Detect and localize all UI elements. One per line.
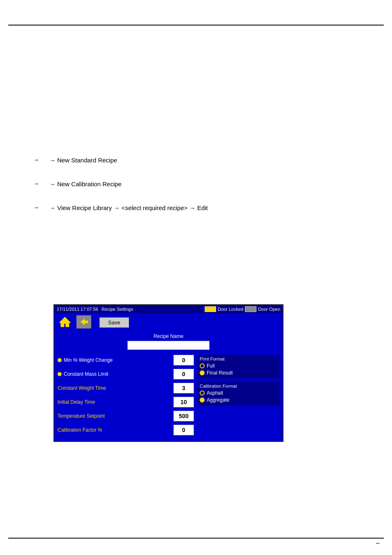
field-label-constant-weight-time: Constant Weight Time [58, 385, 171, 391]
home-button[interactable] [58, 315, 72, 330]
calib-format-title: Calibration Format [200, 384, 277, 388]
nav-arrow-2: → [33, 180, 41, 187]
radio-aggregate-label: Aggregate [207, 397, 229, 403]
bottom-dash: – [376, 539, 380, 547]
field-temperature: Temperature Setpoint 500 [58, 411, 194, 421]
radio-full-label: Full [207, 363, 214, 369]
panel-header: 17/11/2011 17:07:56 Recipe Settings Door… [54, 305, 283, 313]
radio-aggregate[interactable]: Aggregate [200, 397, 277, 403]
datetime-label: 17/11/2011 17:07:56 [57, 307, 98, 312]
door-open-label: Door Open [258, 307, 280, 312]
radio-final-result-label: Final Result [207, 370, 233, 376]
dot-min-weight [58, 358, 62, 362]
recipe-settings-panel: 17/11/2011 17:07:56 Recipe Settings Door… [53, 304, 284, 442]
print-format-box: Print Format Full Final Result [197, 355, 279, 379]
panel-body: Min % Weight Change 0 Constant Mass Limi… [54, 352, 283, 441]
print-format-title: Print Format [200, 356, 277, 361]
door-locked-label: Door Locked [218, 307, 243, 312]
field-constant-weight-time: Constant Weight Time 3 [58, 383, 194, 393]
bottom-border [8, 538, 384, 539]
field-min-weight: Min % Weight Change 0 [58, 355, 194, 365]
field-constant-mass: Constant Mass Limit 0 [58, 369, 194, 379]
save-button[interactable]: Save [99, 317, 129, 328]
field-label-calibration-factor: Calibration Factor % [58, 427, 171, 433]
calib-format-box: Calibration Format Asphalt Aggregate [197, 382, 279, 406]
field-label-constant-mass: Constant Mass Limit [58, 371, 171, 377]
field-label-temperature: Temperature Setpoint [58, 413, 171, 419]
field-value-initial-delay[interactable]: 10 [173, 397, 194, 407]
nav-item-calibration: → → New Calibration Recipe [33, 180, 367, 187]
radio-aggregate-icon [200, 398, 205, 402]
radio-asphalt-icon [200, 391, 205, 395]
recipe-name-input[interactable] [127, 341, 210, 350]
panel-header-left: 17/11/2011 17:07:56 Recipe Settings [57, 307, 133, 312]
door-locked-indicator [205, 306, 216, 312]
radio-asphalt[interactable]: Asphalt [200, 390, 277, 396]
nav-section: → → New Standard Recipe → → New Calibrat… [33, 156, 367, 228]
radio-final-result[interactable]: Final Result [200, 370, 277, 376]
nav-item-standard: → → New Standard Recipe [33, 156, 367, 164]
top-border [8, 25, 384, 25]
field-value-temperature[interactable]: 500 [173, 411, 194, 421]
nav-text-library: → View Recipe Library → <select required… [49, 204, 208, 211]
recipe-name-label: Recipe Name [154, 333, 184, 339]
field-value-min-weight[interactable]: 0 [173, 355, 194, 365]
fields-column: Min % Weight Change 0 Constant Mass Limi… [58, 355, 194, 439]
dot-constant-mass [58, 372, 62, 376]
nav-arrow-3: → [33, 204, 41, 211]
field-value-calibration-factor[interactable]: 0 [173, 425, 194, 435]
nav-item-library: → → View Recipe Library → <select requir… [33, 204, 367, 211]
door-open-indicator [245, 306, 256, 312]
field-initial-delay: Initial Delay Time 10 [58, 397, 194, 407]
field-value-constant-mass[interactable]: 0 [173, 369, 194, 379]
radio-full-icon [200, 363, 205, 368]
svg-marker-0 [59, 317, 71, 327]
back-button[interactable] [76, 315, 91, 330]
right-column: Print Format Full Final Result Calibrati… [197, 355, 279, 439]
radio-full[interactable]: Full [200, 363, 277, 369]
field-calibration-factor: Calibration Factor % 0 [58, 425, 194, 435]
radio-final-result-icon [200, 370, 205, 375]
field-label-initial-delay: Initial Delay Time [58, 399, 171, 405]
field-label-min-weight: Min % Weight Change [58, 357, 171, 363]
nav-text-standard: → New Standard Recipe [49, 157, 117, 164]
section-label: Recipe Settings [101, 307, 133, 312]
radio-asphalt-label: Asphalt [207, 390, 223, 396]
door-indicators: Door Locked Door Open [205, 306, 280, 312]
field-value-constant-weight-time[interactable]: 3 [173, 383, 194, 393]
recipe-name-section: Recipe Name [54, 332, 283, 352]
nav-text-calibration: → New Calibration Recipe [49, 180, 122, 187]
toolbar: Save [54, 313, 283, 332]
nav-arrow-1: → [33, 156, 41, 164]
